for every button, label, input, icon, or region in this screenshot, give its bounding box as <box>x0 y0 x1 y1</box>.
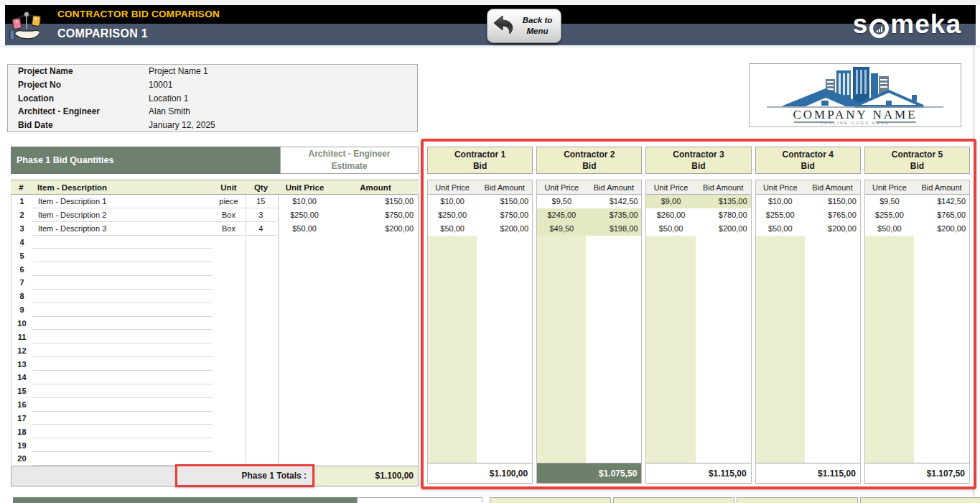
item-description-cell[interactable] <box>32 371 213 384</box>
bid-unit-price-cell[interactable]: $9,00 <box>646 195 695 208</box>
estimate-unit-price-cell[interactable] <box>277 290 332 303</box>
bid-amount-cell[interactable]: $200,00 <box>477 224 532 233</box>
estimate-unit-price-cell[interactable]: $10,00 <box>277 195 332 208</box>
bid-amount-cell[interactable]: $150,00 <box>805 197 860 206</box>
qty-cell[interactable] <box>245 330 277 343</box>
estimate-amount-cell[interactable] <box>332 249 418 262</box>
project-no-value[interactable]: 10001 <box>149 80 172 90</box>
estimate-amount-cell[interactable]: $200,00 <box>332 222 418 236</box>
architect-engineer-value[interactable]: Alan Smith <box>149 106 190 116</box>
bid-unit-price-cell[interactable]: $255,00 <box>756 211 805 219</box>
contractor-total-cell[interactable]: $1.107,50 <box>865 463 969 484</box>
qty-cell[interactable] <box>245 290 277 303</box>
estimate-amount-cell[interactable]: $750,00 <box>332 208 418 222</box>
bid-unit-price-cell[interactable]: $49,50 <box>537 222 586 236</box>
qty-cell[interactable] <box>245 249 277 262</box>
item-description-cell[interactable] <box>32 330 213 343</box>
bid-amount-cell[interactable]: $765,00 <box>914 211 969 219</box>
estimate-amount-cell[interactable] <box>332 262 418 276</box>
item-description-cell[interactable] <box>32 276 213 290</box>
unit-cell[interactable]: Box <box>213 208 245 222</box>
bid-amount-cell[interactable]: $150,00 <box>477 197 532 206</box>
estimate-amount-cell[interactable] <box>332 317 418 331</box>
unit-cell[interactable] <box>213 236 245 249</box>
unit-cell[interactable] <box>213 384 245 398</box>
estimate-unit-price-cell[interactable]: $250,00 <box>277 208 332 222</box>
bid-amount-cell[interactable]: $750,00 <box>477 211 532 219</box>
bid-amount-cell[interactable]: $200,00 <box>805 224 860 233</box>
empty-bid-area[interactable] <box>537 236 641 463</box>
unit-cell[interactable] <box>213 425 245 438</box>
estimate-unit-price-cell[interactable] <box>277 317 332 331</box>
estimate-amount-cell[interactable] <box>332 384 418 398</box>
bid-unit-price-cell[interactable]: $50,00 <box>428 224 477 233</box>
estimate-unit-price-cell[interactable] <box>277 398 332 412</box>
empty-bid-area[interactable] <box>646 236 750 463</box>
bid-amount-cell[interactable]: $142,50 <box>586 197 641 206</box>
estimate-amount-cell[interactable] <box>332 303 418 317</box>
bid-unit-price-cell[interactable]: $50,00 <box>646 224 695 233</box>
bid-amount-cell[interactable]: $198,00 <box>586 222 641 236</box>
item-description-cell[interactable] <box>32 303 213 317</box>
estimate-total-cell[interactable]: $1.100,00 <box>314 466 419 486</box>
bid-amount-cell[interactable]: $200,00 <box>696 224 751 233</box>
unit-cell[interactable] <box>213 249 245 262</box>
bid-unit-price-cell[interactable]: $10,00 <box>756 197 805 206</box>
empty-bid-area[interactable] <box>865 236 969 463</box>
estimate-amount-cell[interactable] <box>332 357 418 371</box>
bid-unit-price-cell[interactable]: $255,00 <box>865 211 914 219</box>
location-value[interactable]: Location 1 <box>149 93 188 103</box>
estimate-unit-price-cell[interactable] <box>277 343 332 357</box>
item-description-cell[interactable] <box>32 317 213 331</box>
qty-cell[interactable] <box>245 317 277 331</box>
estimate-unit-price-cell[interactable]: $50,00 <box>277 222 332 236</box>
contractor-total-cell[interactable]: $1.115,00 <box>756 463 860 484</box>
qty-cell[interactable] <box>245 276 277 290</box>
qty-cell[interactable]: 4 <box>245 222 277 236</box>
estimate-unit-price-cell[interactable] <box>277 303 332 317</box>
estimate-unit-price-cell[interactable] <box>277 262 332 276</box>
unit-cell[interactable] <box>213 330 245 343</box>
estimate-unit-price-cell[interactable] <box>277 249 332 262</box>
qty-cell[interactable] <box>245 303 277 317</box>
unit-cell[interactable] <box>213 438 245 452</box>
estimate-amount-cell[interactable]: $150,00 <box>332 195 418 208</box>
bid-unit-price-cell[interactable]: $250,00 <box>428 211 477 219</box>
bid-unit-price-cell[interactable]: $9,50 <box>865 197 914 206</box>
estimate-amount-cell[interactable] <box>332 438 418 452</box>
qty-cell[interactable]: 3 <box>245 208 277 222</box>
item-description-cell[interactable] <box>32 425 213 438</box>
item-description-cell[interactable] <box>32 290 213 303</box>
estimate-amount-cell[interactable] <box>332 343 418 357</box>
unit-cell[interactable] <box>213 317 245 331</box>
qty-cell[interactable] <box>245 371 277 384</box>
qty-cell[interactable] <box>245 236 277 249</box>
estimate-amount-cell[interactable] <box>332 236 418 249</box>
unit-cell[interactable] <box>213 303 245 317</box>
estimate-amount-cell[interactable] <box>332 371 418 384</box>
unit-cell[interactable]: piece <box>213 195 245 208</box>
unit-cell[interactable] <box>213 371 245 384</box>
item-description-cell[interactable] <box>32 412 213 425</box>
estimate-unit-price-cell[interactable] <box>277 412 332 425</box>
estimate-unit-price-cell[interactable] <box>277 236 332 249</box>
bid-amount-cell[interactable]: $765,00 <box>805 211 860 219</box>
item-description-cell[interactable] <box>32 438 213 452</box>
contractor-total-cell[interactable]: $1.100,00 <box>428 463 532 484</box>
unit-cell[interactable] <box>213 343 245 357</box>
unit-cell[interactable] <box>213 412 245 425</box>
item-description-cell[interactable] <box>32 236 213 249</box>
qty-cell[interactable] <box>245 357 277 371</box>
bid-unit-price-cell[interactable]: $260,00 <box>646 211 695 219</box>
back-to-menu-button[interactable]: Back to Menu <box>487 9 561 43</box>
qty-cell[interactable] <box>245 262 277 276</box>
unit-cell[interactable]: Box <box>213 222 245 236</box>
bid-unit-price-cell[interactable]: $50,00 <box>756 224 805 233</box>
qty-cell[interactable] <box>245 412 277 425</box>
estimate-amount-cell[interactable] <box>332 412 418 425</box>
unit-cell[interactable] <box>213 290 245 303</box>
bid-unit-price-cell[interactable]: $9,50 <box>537 197 586 206</box>
bid-amount-cell[interactable]: $142,50 <box>914 197 969 206</box>
estimate-amount-cell[interactable] <box>332 452 418 466</box>
item-description-cell[interactable] <box>32 343 213 357</box>
